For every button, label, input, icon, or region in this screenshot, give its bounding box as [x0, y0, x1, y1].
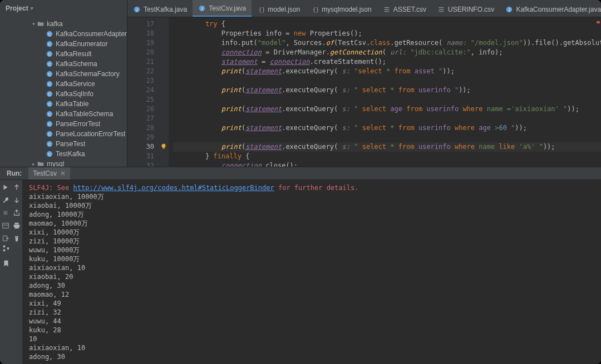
- code-line[interactable]: Properties info = new Properties();: [173, 29, 601, 38]
- tree-item-ParseErrorTest[interactable]: CParseErrorTest: [0, 119, 127, 129]
- export-icon[interactable]: [13, 209, 21, 218]
- editor-body[interactable]: 1718192021222324252627282930313233 try {…: [127, 17, 601, 167]
- tree-item-KafkaSchemaFactory[interactable]: CKafkaSchemaFactory: [0, 69, 127, 79]
- tree-item-KafkaTable[interactable]: CKafkaTable: [0, 99, 127, 109]
- line-number[interactable]: 17: [127, 19, 154, 29]
- line-number[interactable]: 29: [127, 133, 154, 142]
- line-number[interactable]: 27: [127, 114, 154, 123]
- structure-icon[interactable]: [2, 245, 10, 254]
- line-number[interactable]: 20: [127, 48, 154, 57]
- tree-item-KafkaSqlInfo[interactable]: CKafkaSqlInfo: [0, 89, 127, 99]
- tree-label: KafkaService: [56, 80, 95, 88]
- svg-text:C: C: [48, 62, 51, 66]
- code-line[interactable]: print(statement.executeQuery( s: " selec…: [173, 104, 601, 114]
- editor-tab-mysqlmodel.json[interactable]: {}mysqlmodel.json: [306, 1, 377, 17]
- editor-glyph-margin[interactable]: [159, 17, 169, 167]
- error-stripe-marker[interactable]: [597, 21, 600, 23]
- line-number[interactable]: 28: [127, 123, 154, 133]
- code-line[interactable]: print(statement.executeQuery( s: "select…: [173, 67, 601, 76]
- editor-tab-USERINFO.csv[interactable]: USERINFO.csv: [432, 1, 500, 17]
- code-line[interactable]: statement = connection.createStatement()…: [173, 57, 601, 67]
- tree-item-KafkaConsumerAdapter[interactable]: CKafkaConsumerAdapter: [0, 29, 127, 39]
- exit-icon[interactable]: [2, 235, 9, 244]
- tree-item-KafkaTableSchema[interactable]: CKafkaTableSchema: [0, 109, 127, 119]
- file-icon: [437, 6, 445, 13]
- code-line[interactable]: try {: [173, 19, 601, 29]
- run-toolbar[interactable]: [0, 180, 22, 364]
- down-icon[interactable]: [13, 196, 21, 206]
- svg-rect-35: [162, 148, 165, 149]
- editor-tab-TestCsv.java[interactable]: JTestCsv.java: [193, 0, 252, 17]
- tree-item-KafkaResult[interactable]: CKafkaResult: [0, 49, 127, 59]
- line-number[interactable]: 31: [127, 152, 154, 161]
- folder-icon: [37, 160, 45, 167]
- code-line[interactable]: connection.close();: [173, 161, 601, 167]
- editor-tab-ASSET.csv[interactable]: ASSET.csv: [377, 1, 432, 17]
- code-line[interactable]: [173, 76, 601, 86]
- line-number[interactable]: 22: [127, 67, 154, 76]
- chevron-down-icon[interactable]: ▾: [30, 21, 37, 27]
- code-line[interactable]: print(statement.executeQuery( s: " selec…: [173, 142, 601, 152]
- line-number[interactable]: 18: [127, 29, 154, 38]
- code-line[interactable]: info.put("model", Sources.of(TestCsv.cla…: [173, 38, 601, 48]
- line-number[interactable]: 26: [127, 104, 154, 114]
- tree-item-KafkaSchema[interactable]: CKafkaSchema: [0, 59, 127, 69]
- line-number[interactable]: 24: [127, 86, 154, 95]
- intention-bulb-icon[interactable]: [160, 142, 168, 150]
- left-stripe-buttons[interactable]: [0, 245, 12, 269]
- stop-icon[interactable]: [2, 209, 9, 218]
- up-icon[interactable]: [13, 183, 21, 193]
- code-line[interactable]: [173, 133, 601, 142]
- file-icon: {}: [311, 6, 319, 13]
- editor-tab-bar[interactable]: JTestKafka.javaJTestCsv.java{}model.json…: [127, 0, 601, 17]
- trash-icon[interactable]: [13, 235, 21, 244]
- chevron-right-icon[interactable]: ▸: [30, 161, 37, 167]
- line-number[interactable]: 19: [127, 38, 154, 48]
- code-line[interactable]: [173, 95, 601, 104]
- console-link[interactable]: http://www.slf4j.org/codes.html#StaticLo…: [73, 184, 274, 192]
- svg-text:C: C: [48, 72, 51, 76]
- close-icon[interactable]: ✕: [60, 169, 66, 177]
- class-icon: C: [46, 140, 53, 148]
- editor-tab-KafkaConsumerAdapter.java[interactable]: JKafkaConsumerAdapter.java: [500, 1, 601, 17]
- project-header[interactable]: Project ▾: [0, 0, 127, 17]
- project-label: Project: [6, 4, 28, 12]
- line-number[interactable]: 32: [127, 161, 154, 167]
- console-output[interactable]: SLF4J: See http://www.slf4j.org/codes.ht…: [22, 180, 601, 364]
- code-line[interactable]: print(statement.executeQuery( s: " selec…: [173, 123, 601, 133]
- bookmarks-icon[interactable]: [2, 260, 10, 269]
- run-tool-window[interactable]: Run: TestCsv ✕: [0, 167, 601, 364]
- tree-item-KafkaService[interactable]: CKafkaService: [0, 79, 127, 89]
- tree-label: KafkaSqlInfo: [56, 90, 93, 98]
- project-tree[interactable]: ▾kafkaCKafkaConsumerAdapterCKafkaEnumera…: [0, 17, 127, 167]
- tree-item-ParseLocationErrorTest[interactable]: CParseLocationErrorTest: [0, 129, 127, 139]
- editor-tab-TestKafka.java[interactable]: JTestKafka.java: [127, 1, 193, 17]
- editor-gutter[interactable]: 1718192021222324252627282930313233: [127, 17, 159, 167]
- editor-code[interactable]: try { Properties info = new Properties()…: [169, 17, 601, 167]
- run-tab-bar[interactable]: Run: TestCsv ✕: [0, 167, 601, 180]
- wrench-icon[interactable]: [2, 196, 9, 206]
- print-icon[interactable]: [13, 222, 21, 231]
- line-number[interactable]: 25: [127, 95, 154, 104]
- line-number[interactable]: 21: [127, 57, 154, 67]
- project-tool-window[interactable]: Project ▾ ▾kafkaCKafkaConsumerAdapterCKa…: [0, 0, 127, 167]
- run-tab-testcsv[interactable]: TestCsv ✕: [28, 167, 70, 179]
- file-icon: [383, 6, 391, 13]
- rerun-icon[interactable]: [2, 183, 9, 193]
- tree-item-TestKafka[interactable]: CTestKafka: [0, 149, 127, 159]
- line-number[interactable]: 23: [127, 76, 154, 86]
- tree-folder-mysql[interactable]: ▸mysql: [0, 159, 127, 167]
- tree-folder-kafka[interactable]: ▾kafka: [0, 19, 127, 29]
- code-line[interactable]: print(statement.executeQuery( s: " selec…: [173, 86, 601, 95]
- svg-text:C: C: [48, 152, 51, 156]
- code-line[interactable]: connection = DriverManager.getConnection…: [173, 48, 601, 57]
- class-icon: C: [46, 100, 53, 108]
- tree-label: kafka: [47, 20, 63, 28]
- tree-item-ParseTest[interactable]: CParseTest: [0, 139, 127, 149]
- tree-item-KafkaEnumerator[interactable]: CKafkaEnumerator: [0, 39, 127, 49]
- code-line[interactable]: } finally {: [173, 152, 601, 161]
- layout-icon[interactable]: [2, 222, 9, 231]
- editor-tab-model.json[interactable]: {}model.json: [252, 1, 306, 17]
- line-number[interactable]: 30: [127, 142, 154, 152]
- code-line[interactable]: [173, 114, 601, 123]
